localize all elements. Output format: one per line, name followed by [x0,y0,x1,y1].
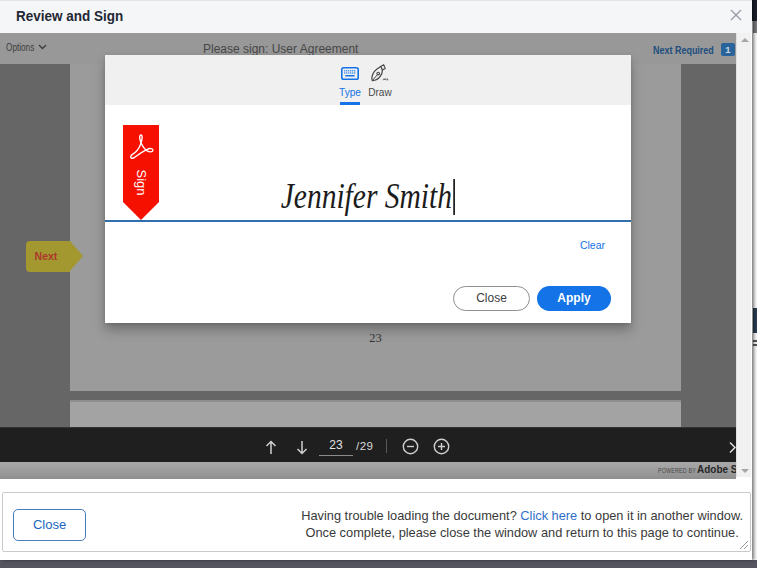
tab-draw[interactable]: Draw [361,55,399,105]
dialog-title-bar: Review and Sign [0,0,752,33]
scrollbar[interactable] [736,33,751,477]
footer-help-line2: Once complete, please close the window a… [301,524,743,541]
host-page-bottom-strip [0,560,757,568]
scrollbar-up-arrow[interactable] [741,38,749,42]
page-number: 23 [70,331,681,346]
ribbon-sign-label: Sign [134,165,149,201]
zoom-out-icon[interactable] [402,438,419,455]
host-page-text-sliver [753,340,757,342]
signature-close-button[interactable]: Close [453,286,530,311]
zoom-in-icon[interactable] [433,438,450,455]
signature-tabs: Type Draw [105,55,631,105]
footer-help-text: Having trouble loading the document? Cli… [301,507,743,542]
previous-page-icon[interactable] [263,439,279,456]
toolbar-separator [386,439,387,453]
signature-panel: Type Draw Sign [105,55,631,323]
footer-help-line1-post: to open it in another window. [581,508,743,523]
host-page-gray-sliver [753,21,757,33]
document-title: Please sign: User Agreement [203,42,358,56]
click-here-link[interactable]: Click here [520,508,577,523]
tab-type-active-underline [340,102,360,105]
review-and-sign-dialog: Review and Sign Options Please sign: Use… [0,0,752,560]
page-number-input[interactable]: 23 [319,436,353,456]
adobe-sign-brand: Adobe Sign [697,463,736,475]
next-page-icon[interactable] [294,439,310,456]
options-menu[interactable]: Options [6,40,47,54]
adobe-logo-icon [128,131,154,161]
document-page-next [70,400,681,427]
pen-icon [371,64,390,82]
host-page-sliver [752,21,757,560]
chevron-down-icon [38,44,47,50]
next-field-tag-arrow [70,241,83,271]
signature-text: Jennifer Smith [281,176,452,216]
footer-help-line1-pre: Having trouble loading the document? [301,508,517,523]
pdf-toolbar: 23 /29 [0,427,736,462]
next-required-count-badge: 1 [721,43,735,56]
footer-panel: Close Having trouble loading the documen… [2,492,751,552]
dialog-title: Review and Sign [16,8,123,24]
next-field-tag[interactable]: Next [26,241,70,272]
signature-apply-button[interactable]: Apply [537,286,611,311]
options-label: Options [6,42,34,53]
footer-help-line1: Having trouble loading the document? Cli… [301,507,743,524]
host-page-text-sliver [753,344,757,346]
scrollbar-down-arrow[interactable] [741,469,749,473]
signature-baseline [105,220,631,222]
page-total-label: /29 [356,440,374,452]
powered-by-label: POWERED BY [658,466,696,475]
dialog-close-icon[interactable] [730,9,742,21]
next-required-label[interactable]: Next Required [653,44,700,56]
resize-grip[interactable] [739,540,749,550]
tab-draw-label: Draw [363,86,398,98]
clear-link[interactable]: Clear [580,239,605,251]
typed-signature[interactable]: Jennifer Smith [152,175,583,217]
host-page-header-sliver [752,0,757,21]
host-page-element-sliver [753,308,757,333]
text-cursor [454,179,456,215]
footer-close-button[interactable]: Close [13,509,86,541]
next-field-tag-label: Next [26,241,66,272]
keyboard-icon [341,67,359,80]
powered-by-strip: POWERED BYAdobe Sign [0,462,736,479]
